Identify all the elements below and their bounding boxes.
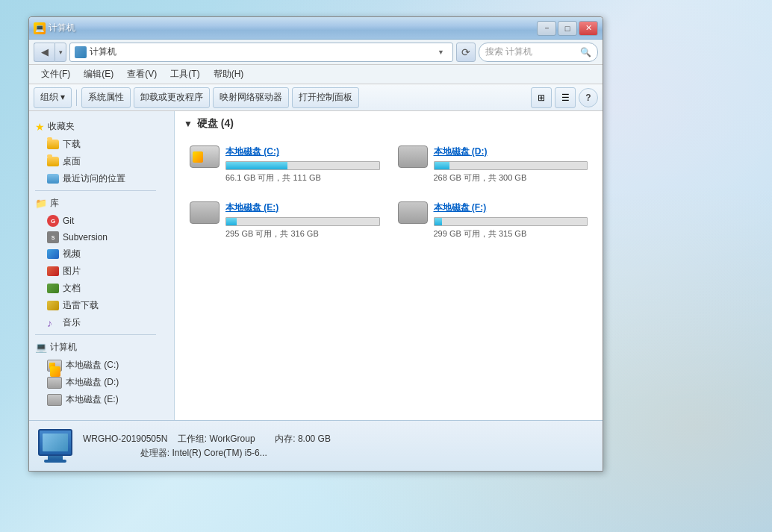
close-button[interactable]: ✕ [579, 21, 598, 36]
svn-icon: S [47, 231, 59, 243]
uninstall-button[interactable]: 卸载或更改程序 [134, 87, 210, 108]
pc-icon-screen [43, 434, 68, 451]
section-expand-arrow[interactable]: ▼ [184, 119, 193, 129]
library-label: 库 [50, 197, 59, 210]
computer-name: WRGHO-20190505N [83, 434, 167, 444]
help-button[interactable]: ? [579, 88, 598, 107]
search-icon[interactable]: 🔍 [580, 47, 591, 57]
toolbar: 组织 ▾ 系统属性 卸载或更改程序 映射网络驱动器 打开控制面板 ⊞ ☰ ? [29, 84, 603, 111]
drive-name-1[interactable]: 本地磁盘 (D:) [434, 145, 588, 158]
favorites-header[interactable]: ★ 收藏夹 [29, 117, 162, 136]
doc-icon [47, 284, 59, 293]
drive-size-0: 66.1 GB 可用，共 111 GB [225, 172, 380, 184]
drive-d-sidebar-label: 本地磁盘 (D:) [66, 376, 119, 389]
drive-info-2: 本地磁盘 (E:) 295 GB 可用，共 316 GB [225, 201, 380, 240]
address-dropdown-arrow[interactable]: ▼ [438, 48, 448, 56]
drive-info-0: 本地磁盘 (C:) 66.1 GB 可用，共 111 GB [225, 145, 380, 184]
drive-icon-1 [398, 145, 428, 168]
workgroup-label: 工作组: [178, 434, 207, 444]
address-text: 计算机 [90, 46, 435, 58]
drive-bar-wrap-1 [434, 161, 588, 170]
drive-name-3[interactable]: 本地磁盘 (F:) [434, 201, 588, 214]
drive-item-3[interactable]: 本地磁盘 (F:) 299 GB 可用，共 315 GB [392, 195, 594, 245]
address-input[interactable]: 计算机 ▼ [69, 43, 453, 62]
video-icon [47, 249, 59, 259]
view-options-button[interactable]: ⊞ [531, 87, 552, 108]
sidebar-item-music[interactable]: ♪ 音乐 [29, 314, 162, 331]
section-header-row: ▼ 硬盘 (4) [184, 117, 594, 131]
sidebar-item-git[interactable]: G Git [29, 213, 162, 229]
drive-d-icon [47, 377, 62, 389]
drive-bar-wrap-2 [225, 217, 380, 226]
toolbar-right: ⊞ ☰ ? [531, 87, 598, 108]
drive-item-0[interactable]: 本地磁盘 (C:) 66.1 GB 可用，共 111 GB [184, 140, 386, 190]
computer-header[interactable]: 💻 计算机 [29, 338, 162, 357]
drive-icon-3 [398, 201, 428, 224]
title-bar-left: 💻 计算机 [34, 22, 75, 34]
sidebar-item-downloads[interactable]: 下载 [29, 136, 162, 153]
drive-info-1: 本地磁盘 (D:) 268 GB 可用，共 300 GB [434, 145, 588, 184]
search-placeholder: 搜索 计算机 [485, 46, 577, 58]
window-title: 计算机 [49, 22, 75, 34]
refresh-button[interactable]: ⟳ [456, 43, 476, 62]
sidebar-item-image[interactable]: 图片 [29, 263, 162, 280]
sidebar-divider-2 [35, 334, 156, 335]
drive-e-icon [47, 394, 62, 406]
sidebar-item-video[interactable]: 视频 [29, 245, 162, 263]
sidebar-item-xunlei[interactable]: 迅雷下载 [29, 297, 162, 314]
status-info: WRGHO-20190505N 工作组: WorkGroup 内存: 8.00 … [83, 433, 331, 460]
toolbar-separator-1 [76, 90, 77, 106]
downloads-label: 下载 [63, 138, 81, 151]
back-button[interactable]: ◀ [34, 43, 55, 62]
drive-item-1[interactable]: 本地磁盘 (D:) 268 GB 可用，共 300 GB [392, 140, 594, 190]
sidebar-divider-1 [35, 190, 156, 191]
sidebar-item-d[interactable]: 本地磁盘 (D:) [29, 374, 162, 391]
drive-item-2[interactable]: 本地磁盘 (E:) 295 GB 可用，共 316 GB [184, 195, 386, 245]
menu-help[interactable]: 帮助(H) [208, 66, 250, 83]
desktop-folder-icon [47, 157, 59, 166]
sidebar-item-e[interactable]: 本地磁盘 (E:) [29, 391, 162, 408]
forward-dropdown[interactable]: ▾ [55, 43, 66, 62]
menu-view[interactable]: 查看(V) [121, 66, 163, 83]
maximize-button[interactable]: □ [558, 21, 577, 36]
organize-button[interactable]: 组织 ▾ [34, 87, 72, 108]
sidebar-item-desktop[interactable]: 桌面 [29, 153, 162, 170]
system-props-button[interactable]: 系统属性 [81, 87, 131, 108]
drive-bar-fill-1 [435, 162, 449, 169]
window-icon: 💻 [34, 22, 46, 34]
menu-tools[interactable]: 工具(T) [164, 66, 205, 83]
title-bar: 💻 计算机 － □ ✕ [29, 17, 603, 40]
minimize-button[interactable]: － [537, 21, 556, 36]
favorites-star-icon: ★ [35, 121, 45, 133]
drive-bar-wrap-3 [434, 217, 588, 226]
drive-name-0[interactable]: 本地磁盘 (C:) [225, 145, 380, 158]
computer-icon: 💻 [35, 342, 47, 353]
menu-file[interactable]: 文件(F) [35, 66, 76, 83]
address-bar: ◀ ▾ 计算机 ▼ ⟳ 搜索 计算机 🔍 [29, 40, 603, 65]
drive-name-2[interactable]: 本地磁盘 (E:) [225, 201, 380, 214]
cpu-value: Intel(R) Core(TM) i5-6... [172, 448, 267, 458]
map-drive-button[interactable]: 映射网络驱动器 [213, 87, 289, 108]
library-folder-icon: 📁 [35, 198, 47, 209]
sidebar-item-svn[interactable]: S Subversion [29, 229, 162, 245]
cpu-label: 处理器: [140, 448, 169, 458]
sidebar-item-recent[interactable]: 最近访问的位置 [29, 170, 162, 187]
menu-edit[interactable]: 编辑(E) [78, 66, 119, 83]
drive-c-sidebar-label: 本地磁盘 (C:) [66, 359, 119, 372]
memory-label: 内存: [275, 434, 295, 444]
recent-folder-icon [47, 174, 59, 184]
music-label: 音乐 [63, 316, 81, 329]
view-toggle-button[interactable]: ☰ [555, 87, 576, 108]
control-panel-button[interactable]: 打开控制面板 [292, 87, 359, 108]
sidebar-item-c[interactable]: 本地磁盘 (C:) [29, 357, 162, 374]
title-buttons: － □ ✕ [537, 21, 598, 36]
pc-icon [38, 429, 72, 463]
library-header[interactable]: 📁 库 [29, 194, 162, 213]
drive-icon-2 [190, 201, 220, 224]
drive-size-1: 268 GB 可用，共 300 GB [434, 172, 588, 184]
recent-label: 最近访问的位置 [63, 172, 125, 185]
section-title: 硬盘 (4) [197, 117, 234, 131]
search-wrap[interactable]: 搜索 计算机 🔍 [479, 43, 598, 62]
sidebar-item-doc[interactable]: 文档 [29, 280, 162, 297]
nav-button-group: ◀ ▾ [34, 43, 66, 62]
